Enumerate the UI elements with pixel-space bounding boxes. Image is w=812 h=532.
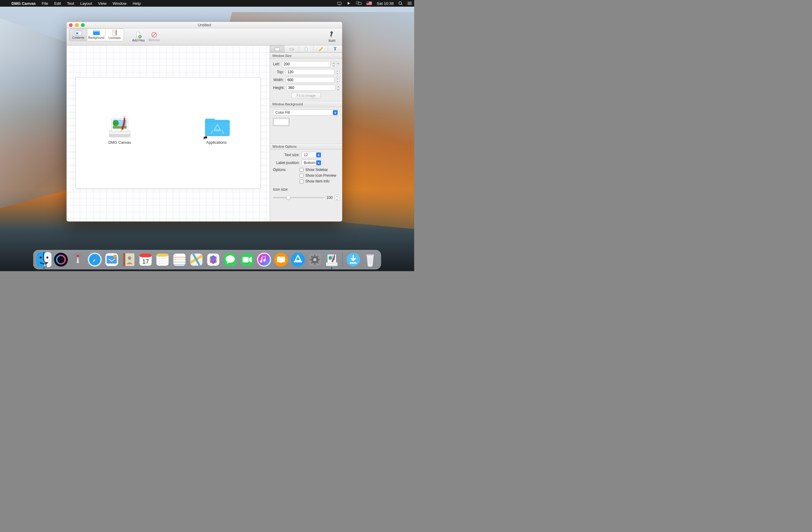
icon-size-slider[interactable] bbox=[273, 197, 324, 198]
dock-siri[interactable] bbox=[54, 252, 69, 267]
dock-reminders[interactable] bbox=[172, 252, 187, 267]
dock-preferences[interactable] bbox=[307, 252, 322, 267]
svg-point-42 bbox=[54, 253, 68, 267]
window-close-button[interactable] bbox=[69, 23, 73, 27]
toolbar-licenses[interactable]: Licenses bbox=[105, 29, 124, 41]
dock-mail[interactable] bbox=[104, 252, 119, 267]
inspector-tab-text[interactable]: T bbox=[328, 45, 342, 52]
svg-rect-39 bbox=[44, 252, 52, 267]
dock-calendar[interactable]: 17 bbox=[138, 252, 153, 267]
dock-safari[interactable] bbox=[87, 252, 102, 267]
svg-rect-9 bbox=[366, 1, 369, 3]
chevron-updown-icon bbox=[316, 160, 321, 165]
show-item-info-label: Show Item Info bbox=[305, 179, 330, 183]
dock-trash[interactable] bbox=[363, 252, 378, 267]
menu-help[interactable]: Help bbox=[130, 1, 144, 6]
dock-finder[interactable] bbox=[37, 252, 52, 267]
dock-photos[interactable] bbox=[206, 252, 221, 267]
notification-center-icon[interactable] bbox=[405, 1, 414, 5]
dock-itunes[interactable] bbox=[257, 252, 272, 267]
left-stepper[interactable]: ▴▾ bbox=[333, 61, 335, 67]
label-position-select[interactable]: Bottom bbox=[301, 160, 322, 166]
svg-rect-52 bbox=[123, 253, 126, 266]
status-icon-1[interactable] bbox=[335, 1, 345, 5]
inspector-tab-ruler[interactable] bbox=[314, 45, 328, 52]
window-zoom-button[interactable] bbox=[81, 23, 85, 27]
menu-edit[interactable]: Edit bbox=[51, 1, 64, 6]
canvas-area[interactable]: DMG Canvas Applications bbox=[67, 45, 270, 222]
dock-notes[interactable] bbox=[155, 252, 170, 267]
menu-text[interactable]: Text bbox=[64, 1, 77, 6]
status-displays-icon[interactable] bbox=[354, 1, 364, 5]
toolbar-build-label: Build bbox=[329, 39, 335, 42]
dock-downloads[interactable] bbox=[346, 252, 361, 267]
dock-maps[interactable] bbox=[189, 252, 204, 267]
width-stepper[interactable]: ▴▾ bbox=[336, 77, 339, 83]
dock-facetime[interactable] bbox=[240, 252, 255, 267]
background-color-swatch[interactable] bbox=[273, 118, 289, 126]
menu-window[interactable]: Window bbox=[110, 1, 129, 6]
spotlight-icon[interactable] bbox=[396, 1, 405, 5]
svg-point-10 bbox=[399, 2, 402, 4]
toolbar-remove-label: Remove bbox=[148, 39, 160, 42]
canvas-item-app[interactable]: DMG Canvas bbox=[103, 114, 136, 145]
width-label: Width: bbox=[273, 78, 284, 82]
status-icon-2[interactable] bbox=[345, 1, 354, 5]
svg-rect-55 bbox=[140, 254, 152, 257]
canvas-preview-window[interactable]: DMG Canvas Applications bbox=[76, 77, 261, 188]
menu-view[interactable]: View bbox=[95, 1, 110, 6]
menu-layout[interactable]: Layout bbox=[77, 1, 95, 6]
icon-size-value: 100 bbox=[327, 196, 333, 200]
chevron-updown-icon bbox=[316, 153, 321, 157]
dock-dmgcanvas[interactable] bbox=[324, 252, 339, 267]
svg-rect-19 bbox=[93, 30, 100, 31]
text-size-value: 12 bbox=[304, 153, 308, 157]
svg-line-94 bbox=[311, 262, 313, 263]
dock-ibooks[interactable] bbox=[274, 252, 289, 267]
help-button[interactable]: ? bbox=[336, 61, 339, 67]
svg-line-93 bbox=[317, 256, 319, 257]
toolbar-background[interactable]: Background bbox=[87, 29, 105, 41]
svg-point-50 bbox=[113, 254, 117, 258]
toolbar-contents[interactable]: Contents bbox=[69, 29, 87, 41]
toolbar-remove: Remove bbox=[146, 31, 162, 43]
svg-point-37 bbox=[293, 49, 293, 49]
icon-size-label: Icon size: bbox=[273, 187, 339, 192]
toolbar-add-files[interactable]: Add Files bbox=[131, 31, 146, 43]
menubar-clock[interactable]: Sat 10:38 bbox=[374, 1, 396, 6]
left-input[interactable] bbox=[282, 61, 331, 67]
canvas-item-applications[interactable]: Applications bbox=[200, 114, 233, 145]
dock-appstore[interactable] bbox=[291, 252, 306, 267]
titlebar[interactable]: Untitled bbox=[67, 22, 342, 28]
status-flag-icon[interactable] bbox=[364, 1, 374, 5]
inspector-tab-disk[interactable] bbox=[285, 45, 299, 52]
icon-size-stepper[interactable]: ▴▾ bbox=[335, 195, 339, 201]
width-input[interactable] bbox=[285, 77, 334, 83]
show-icon-preview-checkbox[interactable] bbox=[300, 174, 304, 178]
dock-contacts[interactable] bbox=[121, 252, 136, 267]
app-menu[interactable]: DMG Canvas bbox=[9, 1, 39, 6]
label-position-value: Bottom bbox=[304, 161, 315, 165]
dock-launchpad[interactable] bbox=[70, 252, 86, 267]
svg-rect-33 bbox=[124, 116, 126, 118]
svg-rect-101 bbox=[366, 254, 374, 256]
top-input[interactable] bbox=[285, 69, 334, 75]
toolbar-build[interactable]: Build bbox=[324, 31, 340, 43]
svg-line-91 bbox=[311, 256, 313, 257]
text-size-select[interactable]: 12 bbox=[301, 152, 322, 158]
inspector-tab-window[interactable] bbox=[270, 45, 285, 52]
window-minimize-button[interactable] bbox=[75, 23, 78, 27]
svg-line-92 bbox=[317, 262, 319, 263]
show-sidebar-checkbox[interactable] bbox=[300, 168, 304, 172]
inspector-tab-document[interactable] bbox=[299, 45, 314, 52]
section-window-background-heading: Window Background bbox=[270, 101, 342, 107]
menu-file[interactable]: File bbox=[39, 1, 51, 6]
show-item-info-checkbox[interactable] bbox=[300, 180, 304, 183]
svg-text:17: 17 bbox=[142, 258, 149, 265]
top-stepper[interactable]: ▴▾ bbox=[336, 69, 339, 75]
height-input[interactable] bbox=[286, 85, 335, 91]
dock-messages[interactable] bbox=[223, 252, 238, 267]
build-icon bbox=[328, 31, 336, 39]
background-mode-select[interactable]: Color Fill bbox=[273, 110, 339, 116]
height-stepper[interactable]: ▴▾ bbox=[337, 85, 339, 91]
